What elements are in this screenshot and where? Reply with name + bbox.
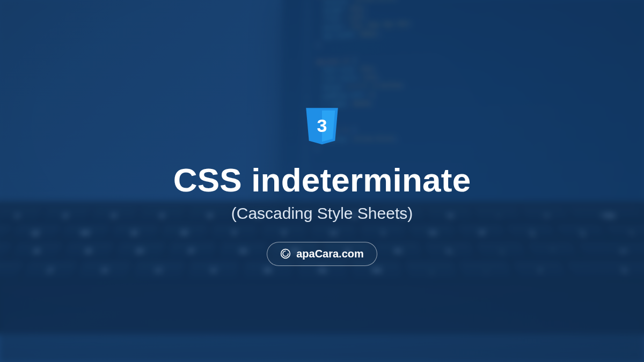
brand-logo-icon (280, 248, 291, 259)
page-subtitle: (Cascading Style Sheets) (231, 204, 413, 223)
css3-icon: 3 (304, 108, 340, 150)
page-title: CSS indeterminate (173, 162, 471, 198)
hero-content: 3 CSS indeterminate (Cascading Style She… (0, 0, 644, 362)
hero-banner: 2462472482492502512522532542552562572582… (0, 0, 644, 362)
brand-badge: apaCara.com (267, 242, 377, 266)
css3-glyph: 3 (317, 115, 327, 136)
brand-text: apaCara.com (296, 248, 364, 260)
